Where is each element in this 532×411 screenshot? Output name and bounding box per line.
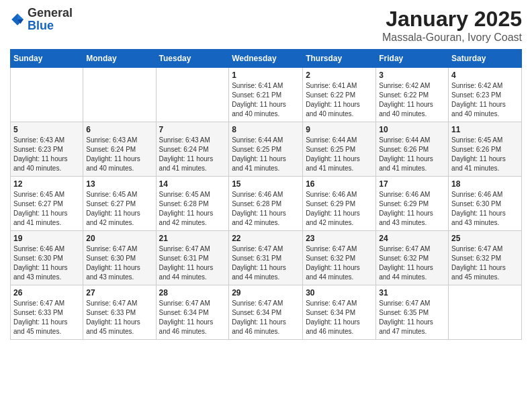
- cell-date: 3: [379, 71, 445, 80]
- calendar-cell: 25Sunrise: 6:47 AMSunset: 6:32 PMDayligh…: [449, 231, 522, 285]
- cell-date: 27: [86, 288, 152, 298]
- calendar-cell: 18Sunrise: 6:46 AMSunset: 6:30 PMDayligh…: [449, 177, 522, 231]
- cell-info: Sunrise: 6:46 AMSunset: 6:30 PMDaylight:…: [13, 244, 80, 282]
- calendar-cell: 12Sunrise: 6:45 AMSunset: 6:27 PMDayligh…: [11, 177, 83, 231]
- calendar-day-header: Friday: [376, 50, 449, 68]
- cell-info: Sunrise: 6:44 AMSunset: 6:26 PMDaylight:…: [379, 136, 445, 173]
- cell-info: Sunrise: 6:44 AMSunset: 6:25 PMDaylight:…: [232, 136, 300, 173]
- cell-date: 14: [159, 179, 226, 189]
- logo-general: General: [28, 6, 73, 19]
- cell-info: Sunrise: 6:46 AMSunset: 6:30 PMDaylight:…: [451, 190, 519, 228]
- cell-date: 20: [86, 234, 152, 243]
- cell-date: 13: [86, 179, 152, 189]
- cell-date: 9: [306, 125, 373, 134]
- cell-info: Sunrise: 6:47 AMSunset: 6:34 PMDaylight:…: [159, 299, 226, 336]
- cell-date: 10: [379, 125, 445, 134]
- cell-info: Sunrise: 6:45 AMSunset: 6:28 PMDaylight:…: [159, 190, 226, 228]
- cell-info: Sunrise: 6:46 AMSunset: 6:29 PMDaylight:…: [306, 190, 373, 228]
- calendar-cell: 17Sunrise: 6:46 AMSunset: 6:29 PMDayligh…: [376, 177, 449, 231]
- logo-icon: [10, 12, 25, 27]
- cell-info: Sunrise: 6:47 AMSunset: 6:31 PMDaylight:…: [159, 244, 226, 282]
- cell-info: Sunrise: 6:47 AMSunset: 6:34 PMDaylight:…: [232, 299, 300, 336]
- calendar-cell: 4Sunrise: 6:42 AMSunset: 6:23 PMDaylight…: [449, 68, 522, 122]
- cell-date: 18: [451, 179, 519, 189]
- calendar-week-row: 26Sunrise: 6:47 AMSunset: 6:33 PMDayligh…: [11, 285, 522, 340]
- cell-date: 21: [159, 234, 226, 243]
- calendar-cell: 23Sunrise: 6:47 AMSunset: 6:32 PMDayligh…: [303, 231, 376, 285]
- calendar-cell: 29Sunrise: 6:47 AMSunset: 6:34 PMDayligh…: [229, 285, 303, 340]
- title-location: Massala-Gouran, Ivory Coast: [382, 32, 522, 44]
- cell-info: Sunrise: 6:47 AMSunset: 6:34 PMDaylight:…: [306, 299, 373, 336]
- calendar-cell: 11Sunrise: 6:45 AMSunset: 6:26 PMDayligh…: [449, 122, 522, 177]
- cell-date: 19: [13, 234, 80, 243]
- calendar-cell: [11, 68, 83, 122]
- cell-date: 22: [232, 234, 300, 243]
- cell-date: 8: [232, 125, 300, 134]
- cell-date: 30: [306, 288, 373, 298]
- cell-info: Sunrise: 6:43 AMSunset: 6:24 PMDaylight:…: [159, 136, 226, 173]
- cell-info: Sunrise: 6:47 AMSunset: 6:32 PMDaylight:…: [306, 244, 373, 282]
- calendar-cell: 26Sunrise: 6:47 AMSunset: 6:33 PMDayligh…: [11, 285, 83, 340]
- cell-info: Sunrise: 6:47 AMSunset: 6:32 PMDaylight:…: [451, 244, 519, 282]
- cell-info: Sunrise: 6:47 AMSunset: 6:32 PMDaylight:…: [379, 244, 445, 282]
- calendar-cell: [449, 285, 522, 340]
- logo: General Blue: [10, 7, 73, 32]
- svg-marker-1: [17, 13, 24, 19]
- cell-info: Sunrise: 6:47 AMSunset: 6:31 PMDaylight:…: [232, 244, 300, 282]
- calendar-cell: 28Sunrise: 6:47 AMSunset: 6:34 PMDayligh…: [156, 285, 229, 340]
- calendar-week-row: 12Sunrise: 6:45 AMSunset: 6:27 PMDayligh…: [11, 177, 522, 231]
- calendar-week-row: 5Sunrise: 6:43 AMSunset: 6:23 PMDaylight…: [11, 122, 522, 177]
- calendar-cell: 31Sunrise: 6:47 AMSunset: 6:35 PMDayligh…: [376, 285, 449, 340]
- cell-date: 26: [13, 288, 80, 298]
- calendar-cell: 2Sunrise: 6:41 AMSunset: 6:22 PMDaylight…: [303, 68, 376, 122]
- calendar-cell: [83, 68, 156, 122]
- cell-info: Sunrise: 6:45 AMSunset: 6:26 PMDaylight:…: [451, 136, 519, 173]
- calendar-cell: 24Sunrise: 6:47 AMSunset: 6:32 PMDayligh…: [376, 231, 449, 285]
- cell-info: Sunrise: 6:47 AMSunset: 6:33 PMDaylight:…: [86, 299, 152, 336]
- cell-date: 5: [13, 125, 80, 134]
- calendar-cell: 13Sunrise: 6:45 AMSunset: 6:27 PMDayligh…: [83, 177, 156, 231]
- cell-date: 6: [86, 125, 152, 134]
- calendar-cell: 30Sunrise: 6:47 AMSunset: 6:34 PMDayligh…: [303, 285, 376, 340]
- calendar-cell: 1Sunrise: 6:41 AMSunset: 6:21 PMDaylight…: [229, 68, 303, 122]
- calendar-header-row: SundayMondayTuesdayWednesdayThursdayFrid…: [11, 50, 522, 68]
- calendar-cell: 6Sunrise: 6:43 AMSunset: 6:24 PMDaylight…: [83, 122, 156, 177]
- calendar-cell: 5Sunrise: 6:43 AMSunset: 6:23 PMDaylight…: [11, 122, 83, 177]
- title-section: January 2025 Massala-Gouran, Ivory Coast: [382, 7, 522, 44]
- calendar-week-row: 19Sunrise: 6:46 AMSunset: 6:30 PMDayligh…: [11, 231, 522, 285]
- cell-info: Sunrise: 6:41 AMSunset: 6:22 PMDaylight:…: [306, 81, 373, 119]
- logo-blue: Blue: [28, 19, 54, 32]
- calendar-cell: 8Sunrise: 6:44 AMSunset: 6:25 PMDaylight…: [229, 122, 303, 177]
- cell-info: Sunrise: 6:46 AMSunset: 6:29 PMDaylight:…: [379, 190, 445, 228]
- calendar-day-header: Sunday: [11, 50, 83, 68]
- cell-info: Sunrise: 6:43 AMSunset: 6:24 PMDaylight:…: [86, 136, 152, 173]
- cell-info: Sunrise: 6:47 AMSunset: 6:33 PMDaylight:…: [13, 299, 80, 336]
- title-month: January 2025: [382, 7, 522, 32]
- cell-info: Sunrise: 6:45 AMSunset: 6:27 PMDaylight:…: [86, 190, 152, 228]
- calendar-cell: 20Sunrise: 6:47 AMSunset: 6:30 PMDayligh…: [83, 231, 156, 285]
- calendar-cell: 3Sunrise: 6:42 AMSunset: 6:22 PMDaylight…: [376, 68, 449, 122]
- cell-info: Sunrise: 6:47 AMSunset: 6:35 PMDaylight:…: [379, 299, 445, 336]
- cell-date: 2: [306, 71, 373, 80]
- cell-date: 28: [159, 288, 226, 298]
- calendar-day-header: Thursday: [303, 50, 376, 68]
- cell-date: 16: [306, 179, 373, 189]
- cell-date: 31: [379, 288, 445, 298]
- cell-info: Sunrise: 6:46 AMSunset: 6:28 PMDaylight:…: [232, 190, 300, 228]
- cell-date: 12: [13, 179, 80, 189]
- cell-info: Sunrise: 6:42 AMSunset: 6:22 PMDaylight:…: [379, 81, 445, 119]
- calendar-cell: 22Sunrise: 6:47 AMSunset: 6:31 PMDayligh…: [229, 231, 303, 285]
- calendar-table: SundayMondayTuesdayWednesdayThursdayFrid…: [10, 49, 522, 340]
- cell-date: 1: [232, 71, 300, 80]
- cell-date: 7: [159, 125, 226, 134]
- calendar-cell: 14Sunrise: 6:45 AMSunset: 6:28 PMDayligh…: [156, 177, 229, 231]
- cell-info: Sunrise: 6:43 AMSunset: 6:23 PMDaylight:…: [13, 136, 80, 173]
- cell-date: 29: [232, 288, 300, 298]
- cell-date: 4: [451, 71, 519, 80]
- cell-date: 15: [232, 179, 300, 189]
- cell-date: 24: [379, 234, 445, 243]
- calendar-cell: 15Sunrise: 6:46 AMSunset: 6:28 PMDayligh…: [229, 177, 303, 231]
- header: General Blue January 2025 Massala-Gouran…: [10, 7, 522, 44]
- cell-info: Sunrise: 6:44 AMSunset: 6:25 PMDaylight:…: [306, 136, 373, 173]
- calendar-cell: 21Sunrise: 6:47 AMSunset: 6:31 PMDayligh…: [156, 231, 229, 285]
